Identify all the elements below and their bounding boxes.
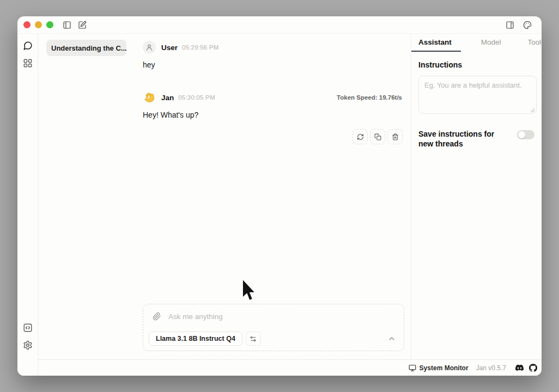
github-icon[interactable] bbox=[529, 364, 537, 372]
attachment-icon[interactable] bbox=[153, 312, 161, 321]
message-author: Jan bbox=[161, 94, 174, 102]
close-button[interactable] bbox=[23, 21, 31, 28]
discord-icon[interactable] bbox=[515, 364, 524, 372]
copy-icon bbox=[374, 133, 381, 140]
save-instructions-label: Save instructions for new threads bbox=[418, 129, 505, 149]
system-monitor-label: System Monitor bbox=[420, 364, 469, 372]
settings-gear-icon[interactable] bbox=[23, 340, 33, 350]
message-timestamp: 05:30:05 PM bbox=[178, 94, 215, 101]
user-message-header: User 05:29:56 PM bbox=[135, 41, 411, 54]
message-actions bbox=[135, 129, 411, 144]
copy-button[interactable] bbox=[370, 129, 385, 144]
thread-list: Understanding the C... bbox=[38, 34, 135, 359]
minimize-button[interactable] bbox=[35, 21, 42, 28]
assistant-message-text: Hey! What's up? bbox=[135, 111, 411, 119]
instructions-label: Instructions bbox=[418, 60, 534, 69]
local-api-server-icon[interactable] bbox=[23, 323, 33, 333]
traffic-lights bbox=[23, 21, 53, 28]
save-instructions-toggle[interactable] bbox=[517, 130, 534, 139]
user-avatar-icon bbox=[143, 41, 156, 54]
right-panel-tabs: Assistant Model Tools bbox=[411, 34, 542, 52]
threads-icon[interactable] bbox=[23, 41, 33, 51]
panel-left-icon[interactable] bbox=[63, 21, 71, 29]
jan-wave-avatar-icon bbox=[143, 91, 156, 104]
model-selector-label: Llama 3.1 8B Instruct Q4 bbox=[156, 335, 235, 342]
delete-icon bbox=[392, 133, 399, 140]
status-bar: System Monitor Jan v0.5.7 bbox=[38, 359, 542, 376]
message-author: User bbox=[161, 44, 178, 52]
instructions-textarea[interactable] bbox=[418, 76, 537, 114]
thread-item-selected[interactable]: Understanding the C... bbox=[46, 40, 126, 56]
delete-button[interactable] bbox=[387, 129, 403, 144]
token-speed: Token Speed: 19.76t/s bbox=[337, 94, 402, 101]
new-thread-icon[interactable] bbox=[78, 21, 87, 29]
tab-model[interactable]: Model bbox=[481, 34, 501, 52]
titlebar bbox=[17, 16, 542, 34]
user-message-text: hey bbox=[135, 60, 411, 69]
regenerate-button[interactable] bbox=[353, 129, 368, 144]
model-settings-button[interactable] bbox=[246, 332, 261, 346]
jan-app-window: Understanding the C... User 05:29:56 PM … bbox=[17, 16, 542, 376]
hub-icon[interactable] bbox=[23, 58, 33, 68]
sliders-icon bbox=[250, 335, 257, 342]
zoom-button[interactable] bbox=[46, 21, 53, 28]
chat-input-box: Llama 3.1 8B Instruct Q4 bbox=[143, 304, 404, 351]
right-panel: Assistant Model Tools Instructions Save … bbox=[411, 34, 542, 359]
message-timestamp: 05:29:56 PM bbox=[182, 44, 218, 51]
tab-assistant[interactable]: Assistant bbox=[411, 34, 461, 52]
regenerate-icon bbox=[357, 133, 364, 140]
theme-palette-icon[interactable] bbox=[523, 21, 532, 29]
system-monitor-button[interactable]: System Monitor bbox=[409, 364, 469, 372]
app-version: Jan v0.5.7 bbox=[476, 364, 506, 372]
monitor-icon bbox=[409, 364, 416, 372]
toggle-knob bbox=[518, 131, 525, 138]
tab-tools[interactable]: Tools bbox=[528, 34, 542, 52]
collapse-input-button[interactable] bbox=[387, 334, 396, 343]
ask-input[interactable] bbox=[168, 313, 348, 321]
panel-right-icon[interactable] bbox=[506, 21, 514, 29]
assistant-message-header: Jan 05:30:05 PM Token Speed: 19.76t/s bbox=[135, 91, 411, 104]
model-selector-button[interactable]: Llama 3.1 8B Instruct Q4 bbox=[149, 332, 242, 346]
thread-title: Understanding the C... bbox=[51, 44, 126, 52]
left-rail bbox=[17, 34, 38, 376]
